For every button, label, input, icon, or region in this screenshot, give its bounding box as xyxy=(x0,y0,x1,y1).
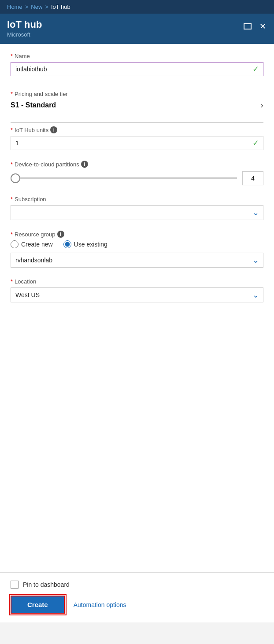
partitions-slider-area: 4 xyxy=(11,171,263,185)
location-required-star: * xyxy=(11,278,13,285)
iot-units-label: * IoT Hub units i xyxy=(11,126,263,133)
iot-units-required-star: * xyxy=(11,127,13,133)
pin-dashboard-checkbox[interactable] xyxy=(11,581,19,589)
iot-units-info-icon: i xyxy=(50,126,57,133)
title-bar-left: IoT hub Microsoft xyxy=(7,19,42,38)
window-icon xyxy=(244,23,252,29)
form-area: * Name ✓ * Pricing and scale tier S1 - S… xyxy=(0,44,274,572)
location-group: * Location West US ⌄ xyxy=(11,278,263,302)
resource-group-select-wrapper: rvhandsonlab ⌄ xyxy=(11,253,263,268)
iot-units-input-wrapper: ✓ xyxy=(11,136,263,150)
resource-group-label: * Resource group i xyxy=(11,231,263,238)
breadcrumb-sep2: > xyxy=(45,4,48,10)
create-new-option[interactable]: Create new xyxy=(11,240,53,248)
subscription-label: * Subscription xyxy=(11,196,263,202)
name-label-text: Name xyxy=(15,53,30,59)
form-footer: Pin to dashboard Create Automation optio… xyxy=(0,572,274,622)
pricing-required-star: * xyxy=(11,91,13,97)
partitions-info-icon: i xyxy=(81,161,88,168)
divider-1 xyxy=(11,87,263,87)
resource-group-required-star: * xyxy=(11,231,13,238)
title-bar: IoT hub Microsoft ✕ xyxy=(0,14,274,44)
subscription-select[interactable] xyxy=(11,205,263,220)
pricing-label: * Pricing and scale tier xyxy=(11,91,263,97)
breadcrumb: Home > New > IoT hub xyxy=(0,0,274,14)
iot-units-input[interactable] xyxy=(11,136,263,150)
create-button[interactable]: Create xyxy=(11,596,65,614)
partitions-value-box: 4 xyxy=(242,171,263,185)
breadcrumb-new[interactable]: New xyxy=(31,4,42,10)
subscription-select-wrapper: ⌄ xyxy=(11,205,263,220)
subscription-required-star: * xyxy=(11,196,13,202)
iot-units-label-text: IoT Hub units xyxy=(15,127,48,133)
location-select[interactable]: West US xyxy=(11,287,263,302)
partitions-slider-track[interactable] xyxy=(11,177,237,179)
title-bar-actions: ✕ xyxy=(243,21,267,32)
subscription-label-text: Subscription xyxy=(15,196,46,202)
location-label-text: Location xyxy=(15,278,36,285)
create-new-radio[interactable] xyxy=(11,240,19,248)
pin-dashboard-label: Pin to dashboard xyxy=(23,581,70,588)
divider-2 xyxy=(11,122,263,123)
location-label: * Location xyxy=(11,278,263,285)
partitions-label-text: Device-to-cloud partitions xyxy=(15,161,79,168)
close-icon: ✕ xyxy=(259,22,266,31)
name-input[interactable] xyxy=(11,62,263,76)
subscription-group: * Subscription ⌄ xyxy=(11,196,263,220)
pin-dashboard-row: Pin to dashboard xyxy=(11,581,263,589)
name-group: * Name ✓ xyxy=(11,53,263,76)
breadcrumb-sep1: > xyxy=(25,4,29,10)
location-select-wrapper: West US ⌄ xyxy=(11,287,263,302)
iot-units-check-icon: ✓ xyxy=(252,138,259,148)
pricing-label-text: Pricing and scale tier xyxy=(15,91,68,97)
page-subtitle: Microsoft xyxy=(7,31,42,38)
resource-group-radio-group: Create new Use existing xyxy=(11,240,263,248)
name-required-star: * xyxy=(11,53,13,59)
automation-options-link[interactable]: Automation options xyxy=(74,601,126,608)
breadcrumb-current: IoT hub xyxy=(51,4,70,10)
resource-group-group: * Resource group i Create new Use existi… xyxy=(11,231,263,268)
pricing-row[interactable]: S1 - Standard › xyxy=(11,100,263,112)
window-restore-button[interactable] xyxy=(243,22,252,30)
iot-units-group: * IoT Hub units i ✓ xyxy=(11,126,263,150)
use-existing-label: Use existing xyxy=(74,241,107,248)
name-input-wrapper: ✓ xyxy=(11,62,263,76)
page-title: IoT hub xyxy=(7,19,42,30)
breadcrumb-home[interactable]: Home xyxy=(7,4,22,10)
partitions-group: * Device-to-cloud partitions i 4 xyxy=(11,161,263,185)
resource-group-select[interactable]: rvhandsonlab xyxy=(11,253,263,268)
partitions-label: * Device-to-cloud partitions i xyxy=(11,161,263,168)
pricing-value: S1 - Standard xyxy=(11,101,56,109)
name-label: * Name xyxy=(11,53,263,59)
name-check-icon: ✓ xyxy=(252,64,259,74)
resource-group-label-text: Resource group xyxy=(15,231,56,238)
resource-group-info-icon: i xyxy=(57,231,64,238)
pricing-group: * Pricing and scale tier S1 - Standard › xyxy=(11,91,263,112)
use-existing-option[interactable]: Use existing xyxy=(63,240,107,248)
partitions-required-star: * xyxy=(11,161,13,168)
partitions-slider-thumb[interactable] xyxy=(11,173,20,183)
use-existing-radio[interactable] xyxy=(63,240,71,248)
pricing-chevron-icon: › xyxy=(260,100,263,110)
footer-actions: Create Automation options xyxy=(11,596,263,614)
create-new-label: Create new xyxy=(21,241,53,248)
close-button[interactable]: ✕ xyxy=(259,21,267,32)
